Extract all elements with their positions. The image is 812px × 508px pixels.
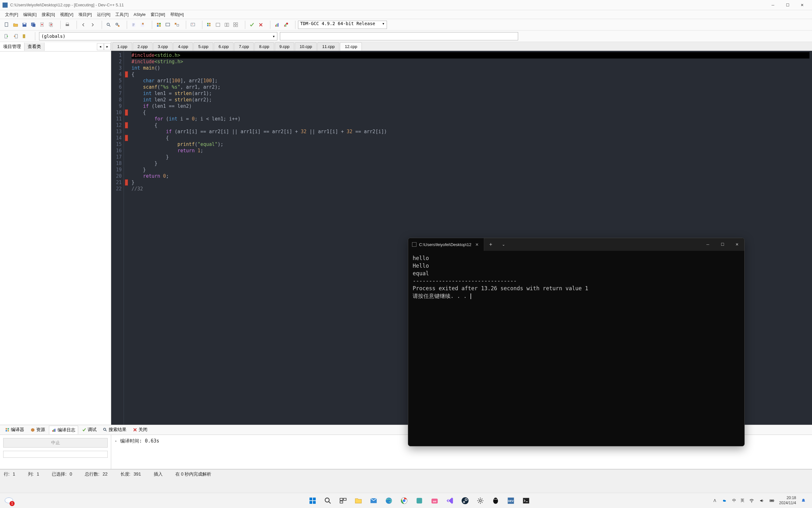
abort-button[interactable]: 中止 [3, 438, 108, 448]
terminal-taskbar-button[interactable] [520, 494, 532, 507]
ime-status-1[interactable]: 中 [732, 498, 736, 503]
close-button[interactable]: ✕ [795, 0, 809, 10]
terminal-tab[interactable]: C:\Users\feiyofei\Desktop\12 ✕ [408, 238, 484, 251]
search-taskbar-button[interactable] [322, 494, 334, 507]
run-button[interactable] [163, 21, 172, 29]
volume-icon[interactable] [759, 498, 765, 504]
minimize-button[interactable]: ─ [766, 0, 780, 10]
output-tab-0[interactable]: 编译器 [3, 426, 27, 434]
terminal-tab-close[interactable]: ✕ [474, 242, 480, 247]
file-tab-12-cpp[interactable]: 12.cpp [340, 42, 362, 50]
file-tab-11-cpp[interactable]: 11.cpp [317, 42, 339, 50]
start-button[interactable] [306, 494, 319, 507]
output-tab-3[interactable]: 调试 [80, 426, 99, 434]
tab-nav-left[interactable]: ◂ [97, 43, 104, 50]
file-tab-1-cpp[interactable]: 1.cpp [112, 42, 132, 50]
menu-item-1[interactable]: 编辑[E] [21, 10, 39, 19]
project-tree[interactable] [0, 51, 111, 425]
globals-select[interactable]: (globals) ▾ [39, 32, 277, 40]
battery-icon[interactable] [769, 498, 775, 504]
bilibili-button[interactable]: bili [428, 494, 441, 507]
file-tab-6-cpp[interactable]: 6.cpp [214, 42, 234, 50]
rebuild-button[interactable] [189, 21, 197, 29]
close-all-button[interactable] [47, 21, 55, 29]
terminal-maximize-button[interactable]: ☐ [715, 238, 730, 251]
menu-item-8[interactable]: 窗口[W] [148, 10, 168, 19]
clock[interactable]: 20:18 2024/11/4 [779, 496, 796, 505]
qq-button[interactable] [489, 494, 502, 507]
goto-line-button[interactable] [130, 21, 138, 29]
bookmarks-button[interactable] [139, 21, 147, 29]
debug-stop-button[interactable] [257, 21, 265, 29]
output-tab-5[interactable]: 关闭 [130, 426, 150, 434]
terminal-close-button[interactable]: ✕ [730, 238, 744, 251]
chrome-button[interactable] [398, 494, 411, 507]
print-button[interactable] [63, 21, 71, 29]
onedrive-icon[interactable] [722, 498, 728, 504]
mail-button[interactable] [367, 494, 380, 507]
menu-item-0[interactable]: 文件[F] [3, 10, 21, 19]
devc-taskbar-button[interactable]: DEV [505, 494, 517, 507]
steam-button[interactable] [459, 494, 471, 507]
explorer-button[interactable] [352, 494, 365, 507]
vs-button[interactable] [443, 494, 456, 507]
compile-button[interactable] [155, 21, 163, 29]
menu-item-4[interactable]: 项目[P] [76, 10, 94, 19]
file-tab-4-cpp[interactable]: 4.cpp [173, 42, 193, 50]
maximize-button[interactable]: ☐ [780, 0, 795, 10]
profile-button[interactable] [273, 21, 281, 29]
terminal-body[interactable]: hello Hello equal ----------------------… [408, 251, 744, 446]
app1-button[interactable] [413, 494, 426, 507]
menu-item-6[interactable]: 工具[T] [113, 10, 131, 19]
compiler-select[interactable]: TDM-GCC 4.9.2 64-bit Release ▾ [298, 21, 387, 29]
grid-icon-button[interactable] [205, 21, 213, 29]
weather-widget[interactable]: 1 [4, 495, 15, 506]
grid2-button[interactable] [232, 21, 240, 29]
notifications-icon[interactable] [801, 498, 806, 504]
tray-chevron-icon[interactable]: ᐱ [712, 498, 718, 504]
bookmark-button[interactable] [20, 32, 29, 40]
search-button[interactable] [104, 21, 113, 29]
file-tab-5-cpp[interactable]: 5.cpp [193, 42, 213, 50]
tab-nav-right[interactable]: ▸ [104, 43, 111, 50]
menu-item-2[interactable]: 搜索[S] [39, 10, 57, 19]
terminal-add-tab[interactable]: + [484, 242, 497, 247]
debug-check-button[interactable] [248, 21, 256, 29]
output-tab-1[interactable]: 资源 [28, 426, 48, 434]
menu-item-9[interactable]: 帮助[H] [168, 10, 187, 19]
tab-project-manager[interactable]: 项目管理 [0, 43, 25, 51]
compile-run-button[interactable] [173, 21, 181, 29]
wifi-icon[interactable] [749, 498, 755, 504]
file-tab-3-cpp[interactable]: 3.cpp [153, 42, 173, 50]
terminal-tab-dropdown[interactable]: ⌄ [498, 242, 509, 247]
ime-status-2[interactable]: 英 [741, 498, 744, 503]
terminal-titlebar[interactable]: C:\Users\feiyofei\Desktop\12 ✕ + ⌄ ─ ☐ ✕ [408, 238, 744, 251]
edge-button[interactable] [382, 494, 395, 507]
menu-item-5[interactable]: 运行[R] [94, 10, 113, 19]
tab-class-view[interactable]: 查看类 [25, 43, 44, 51]
new-file-button[interactable] [3, 21, 11, 29]
taskview-button[interactable] [337, 494, 349, 507]
save-all-button[interactable] [29, 21, 38, 29]
panel2-button[interactable] [223, 21, 231, 29]
file-tab-7-cpp[interactable]: 7.cpp [234, 42, 254, 50]
goto-out-button[interactable] [11, 32, 20, 40]
menu-item-7[interactable]: AStyle [131, 11, 148, 18]
file-tab-10-cpp[interactable]: 10.cpp [295, 42, 317, 50]
panel-button[interactable] [214, 21, 222, 29]
delete-profile-button[interactable] [282, 21, 290, 29]
output-tab-2[interactable]: 编译日志 [49, 426, 78, 434]
file-tab-9-cpp[interactable]: 9.cpp [275, 42, 294, 50]
terminal-minimize-button[interactable]: ─ [701, 238, 715, 251]
output-tab-4[interactable]: 搜索结果 [100, 426, 129, 434]
goto-in-button[interactable] [3, 32, 11, 40]
close-file-button[interactable] [38, 21, 46, 29]
replace-button[interactable] [113, 21, 122, 29]
menu-item-3[interactable]: 视图[V] [57, 10, 76, 19]
file-tab-8-cpp[interactable]: 8.cpp [254, 42, 274, 50]
redo-button[interactable] [88, 21, 97, 29]
settings-button[interactable] [474, 494, 487, 507]
file-tab-2-cpp[interactable]: 2.cpp [133, 42, 152, 50]
open-button[interactable] [11, 21, 20, 29]
symbols-select[interactable] [280, 32, 518, 40]
